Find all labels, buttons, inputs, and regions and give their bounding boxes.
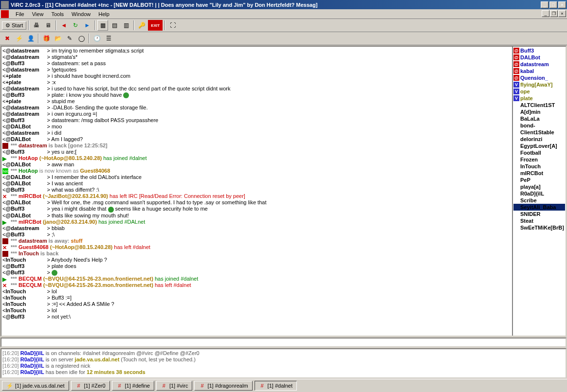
tool-red-icon[interactable]: ✖ — [2, 33, 13, 44]
chat-line: <@Buff3> what was differnt? :\ — [2, 187, 511, 193]
window-tab[interactable]: #[1] #Zer0 — [71, 381, 110, 391]
tab-label: [1] #Zer0 — [84, 383, 106, 389]
nicklist-item[interactable]: @Buff3 — [513, 47, 565, 54]
window-tab[interactable]: #[1] #dalnet — [255, 381, 297, 391]
key-icon[interactable]: 🔑 — [136, 20, 147, 31]
nicklist-item[interactable]: BaLaLa — [513, 115, 565, 122]
channel-icon: # — [161, 382, 167, 389]
chat-line: <@Buff3> datastream: /msg dalbot PASS yo… — [2, 117, 511, 124]
mdi-close-button[interactable]: × — [558, 10, 566, 17]
window-tab[interactable]: #[1] #define — [112, 381, 154, 391]
nicklist-item[interactable]: InTouch — [513, 163, 565, 170]
nicklist-item[interactable]: Football — [513, 149, 565, 156]
menu-tools[interactable]: Tools — [47, 10, 68, 18]
nicklist-item[interactable]: R0aD]{ilL — [513, 190, 565, 197]
nicklist-item[interactable]: Client1Stable — [513, 129, 565, 136]
chat-line: <InTouch> lol — [2, 288, 511, 295]
start-label: Start — [12, 22, 23, 28]
nicklist[interactable]: @Buff3@DALBot@datastream@kabal@Quension_… — [512, 47, 566, 336]
nicklist-item[interactable]: @Quension_ — [513, 74, 565, 81]
nicklist-item[interactable]: SwEeTMiKe[BrB] — [513, 224, 565, 231]
nicklist-item[interactable]: @kabal — [513, 68, 565, 74]
status-line: [16:20] R0aD]{ilL is a registered nick — [2, 363, 565, 369]
tool-clock-icon[interactable]: 🕐 — [91, 33, 102, 44]
menu-file[interactable]: File — [12, 10, 28, 18]
layout1-icon[interactable]: ▦ — [97, 20, 108, 31]
op-icon: @ — [513, 68, 519, 74]
nicklist-item[interactable]: SeyitAli_Baba — [513, 204, 565, 211]
close-button[interactable]: × — [558, 1, 566, 8]
tab-label: [1] #define — [125, 383, 150, 389]
main-toolbar: ⚙ Start 🖶 🖥 ◄ ↻ ► ▦ ▤ ▥ 🔑 EXIT ⛶ — [0, 19, 567, 32]
nicklist-item[interactable]: Vope — [513, 88, 565, 95]
nicklist-item[interactable]: Vflying[AwaY] — [513, 81, 565, 88]
nicklist-item[interactable]: mIRCBot — [513, 170, 565, 177]
print-icon[interactable]: 🖶 — [31, 20, 42, 31]
tool-gift-icon[interactable]: 🎁 — [41, 33, 52, 44]
message-input[interactable] — [1, 339, 566, 346]
nicklist-item[interactable]: EgyptLover[A] — [513, 143, 565, 149]
chat-line: <@DALBot> I remember the old DALbot's in… — [2, 174, 511, 180]
tool-circle-icon[interactable]: ◯ — [76, 33, 87, 44]
nicklist-item[interactable]: Scribe — [513, 197, 565, 204]
window-tab[interactable]: #[1] #dragonrealm — [194, 381, 252, 391]
chat-line: <@datastream> -DALBot- Sending the quote… — [2, 105, 511, 111]
chat-line: NICK *** HotAop is now known as Guest840… — [2, 168, 511, 174]
window-tab[interactable]: #[1] #virc — [156, 381, 193, 391]
nicklist-item[interactable]: Vplate — [513, 95, 565, 102]
computer-icon[interactable]: 🖥 — [43, 20, 54, 31]
tool-list-icon[interactable]: ☰ — [103, 33, 114, 44]
tool-edit-icon[interactable]: ✎ — [64, 33, 75, 44]
window-tab[interactable]: ⚡[1] jade.va.us.dal.net — [2, 381, 69, 391]
menu-window[interactable]: Window — [68, 10, 94, 18]
start-button[interactable]: ⚙ Start — [2, 21, 26, 30]
channel-icon: # — [116, 382, 123, 389]
nicklist-item[interactable]: playa[a] — [513, 183, 565, 190]
nicklist-item[interactable]: PeP — [513, 177, 565, 183]
maximize-button[interactable]: □ — [549, 1, 557, 8]
status-line: [16:20] R0aD]{ilL has been idle for 12 m… — [2, 369, 565, 375]
layout3-icon[interactable]: ▥ — [121, 20, 131, 31]
status-line: [16:20] R0aD]{ilL is on channels: #dalne… — [2, 350, 565, 356]
nicklist-item[interactable]: delorinzi — [513, 136, 565, 143]
minimize-button[interactable]: _ — [541, 1, 549, 8]
chat-line: <@datastream> bbiab — [2, 225, 511, 232]
chat-line: <@datastream> i own ircguru.org =| — [2, 111, 511, 117]
menu-view[interactable]: View — [28, 10, 48, 18]
expand-icon[interactable]: ⛶ — [167, 20, 178, 31]
op-icon: @ — [513, 48, 519, 53]
chat-line: <@Buff3> not yet:\ — [2, 314, 511, 320]
exit-button[interactable]: EXIT — [148, 20, 163, 31]
channel-icon: # — [259, 382, 266, 389]
window-title: ViRC 2.0rc3 - [[1] Channel #dalnet +tnc … — [11, 2, 541, 8]
tool-link-icon[interactable]: ⚡ — [14, 33, 24, 44]
chat-line: <@datastream> !getquotes — [2, 67, 511, 73]
status-pane: [16:20] R0aD]{ilL is on channels: #dalne… — [0, 348, 567, 378]
nicklist-item[interactable]: Frozen — [513, 156, 565, 163]
app-icon — [1, 1, 9, 9]
back-icon[interactable]: ◄ — [58, 20, 69, 31]
nicklist-item[interactable]: A[d]min — [513, 108, 565, 115]
refresh-icon[interactable]: ↻ — [70, 20, 81, 31]
nicklist-item[interactable]: @DALBot — [513, 54, 565, 61]
voice-icon: V — [513, 82, 519, 88]
menu-help[interactable]: Help — [94, 10, 113, 18]
part-icon: ✕ — [2, 194, 8, 199]
chat-line: <InTouch> lol — [2, 307, 511, 314]
nicklist-item[interactable]: Steat — [513, 217, 565, 224]
nicklist-item[interactable]: @datastream — [513, 61, 565, 68]
nicklist-item[interactable]: SNIDER — [513, 211, 565, 217]
forward-icon[interactable]: ► — [82, 20, 92, 31]
nicklist-item[interactable]: bond- — [513, 122, 565, 129]
voice-icon: V — [513, 95, 519, 101]
layout2-icon[interactable]: ▤ — [109, 20, 120, 31]
mdi-minimize-button[interactable]: _ — [542, 10, 549, 17]
nicklist-item[interactable]: ALTClient1ST — [513, 102, 565, 108]
chat-pane[interactable]: <@datastream> im trying to remember stig… — [1, 47, 512, 336]
chat-line: <InTouch> Anybody Need's Help ? — [2, 257, 511, 263]
chat-line: <@Buff3> — [2, 269, 511, 276]
tool-open-icon[interactable]: 📂 — [53, 33, 63, 44]
mdi-restore-button[interactable]: ❐ — [550, 10, 558, 17]
chat-line: <@DALBot> aww man — [2, 161, 511, 168]
tool-user-icon[interactable]: 👤 — [25, 33, 36, 44]
